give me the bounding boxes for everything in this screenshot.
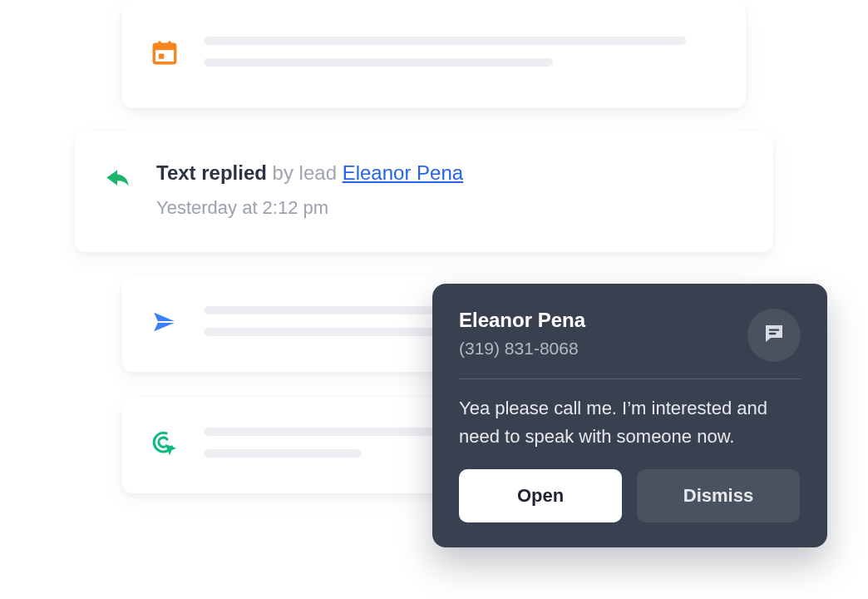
activity-action-rest: by lead — [267, 161, 343, 184]
toast-actions: Open Dismiss — [459, 469, 801, 522]
lead-link[interactable]: Eleanor Pena — [343, 161, 463, 184]
activity-card-calendar — [122, 0, 746, 108]
open-button[interactable]: Open — [459, 469, 622, 522]
calendar-icon — [150, 38, 179, 67]
toast-contact: Eleanor Pena (319) 831-8068 — [459, 309, 585, 359]
dismiss-button[interactable]: Dismiss — [637, 469, 800, 522]
reply-icon — [103, 165, 131, 193]
placeholder-line — [204, 37, 686, 45]
svg-rect-3 — [168, 42, 171, 47]
chat-button[interactable] — [747, 309, 801, 362]
toast-contact-name: Eleanor Pena — [459, 309, 585, 332]
toast-message: Yea please call me. I’m interested and n… — [459, 394, 801, 451]
activity-card-body — [204, 37, 718, 67]
activity-action: Text replied — [156, 161, 267, 184]
send-icon — [150, 308, 179, 336]
activity-card-body: Text replied by lead Eleanor Pena Yester… — [156, 160, 745, 219]
activity-card-reply[interactable]: Text replied by lead Eleanor Pena Yester… — [75, 131, 773, 252]
activity-headline: Text replied by lead Eleanor Pena — [156, 160, 745, 186]
activity-timestamp: Yesterday at 2:12 pm — [156, 197, 745, 219]
svg-rect-7 — [769, 329, 780, 330]
toast-contact-phone: (319) 831-8068 — [459, 339, 585, 359]
chat-icon — [762, 321, 787, 349]
svg-rect-1 — [154, 44, 175, 50]
notification-toast: Eleanor Pena (319) 831-8068 Yea please c… — [432, 284, 827, 547]
placeholder-line — [204, 449, 362, 458]
click-target-icon — [150, 429, 179, 458]
svg-point-5 — [150, 429, 176, 455]
svg-rect-4 — [159, 53, 164, 58]
svg-rect-8 — [769, 333, 777, 334]
divider — [459, 379, 801, 379]
placeholder-line — [204, 328, 445, 336]
svg-rect-2 — [158, 42, 161, 47]
placeholder-line — [204, 58, 553, 67]
